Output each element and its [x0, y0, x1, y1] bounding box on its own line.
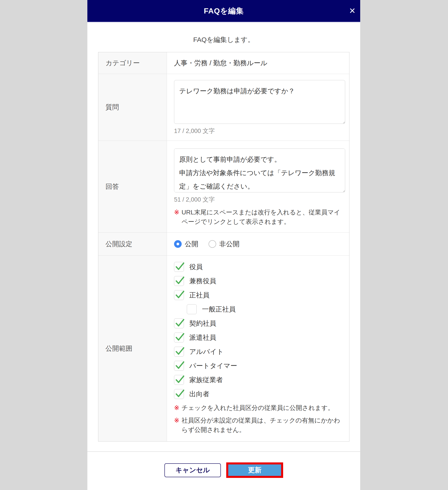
check-icon: [175, 375, 184, 385]
scope-row: 公開範囲 役員: [98, 256, 349, 441]
visibility-label: 公開設定: [98, 233, 167, 255]
category-value: 人事・労務 / 勤怠・勤務ルール: [167, 52, 349, 74]
scope-label: 公開範囲: [98, 256, 167, 441]
modal-footer: キャンセル 更新: [87, 463, 360, 478]
cancel-button[interactable]: キャンセル: [164, 463, 221, 477]
scope-checkbox-list: 役員 兼務役員: [174, 262, 345, 399]
scope-checkbox-item[interactable]: 契約社員: [174, 318, 345, 328]
check-icon: [175, 389, 184, 399]
answer-label: 回答: [98, 141, 167, 232]
check-icon: [175, 262, 184, 271]
modal-header: FAQを編集 ×: [87, 0, 360, 22]
checkbox-icon[interactable]: [174, 389, 184, 399]
checkbox-icon[interactable]: [174, 375, 184, 385]
faq-form-table: カテゴリー 人事・労務 / 勤怠・勤務ルール 質問 テレワーク勤務は申請が必要で…: [98, 52, 349, 442]
radio-button-icon[interactable]: [209, 240, 216, 248]
category-row: カテゴリー 人事・労務 / 勤怠・勤務ルール: [98, 52, 349, 74]
scope-checkbox-item[interactable]: 役員: [174, 262, 345, 272]
note-asterisk: ※: [174, 416, 179, 435]
highlight-annotation-box: 更新: [226, 463, 283, 478]
check-icon: [175, 318, 184, 328]
radio-button-icon[interactable]: [174, 240, 182, 248]
check-icon: [175, 347, 184, 356]
scope-item-label: パートタイマー: [189, 361, 237, 370]
check-icon: [175, 332, 184, 342]
scope-checkbox-item[interactable]: 派遣社員: [174, 332, 345, 342]
checkbox-icon[interactable]: [174, 347, 184, 357]
modal-title: FAQを編集: [204, 6, 244, 16]
faq-edit-modal: FAQを編集 × FAQを編集します。 カテゴリー 人事・労務 / 勤怠・勤務ル…: [87, 0, 360, 490]
note-asterisk: ※: [174, 208, 179, 227]
scope-note: ※ 社員区分が未設定の従業員は、チェックの有無にかかわらず公開されません。: [174, 416, 345, 435]
scope-item-label: 正社員: [189, 291, 210, 300]
checkbox-icon[interactable]: [174, 290, 184, 300]
scope-item-label: 役員: [189, 262, 203, 271]
answer-char-counter: 51 / 2,000 文字: [174, 196, 345, 204]
checkbox-icon[interactable]: [174, 262, 184, 272]
footer-divider: [87, 451, 360, 452]
answer-input[interactable]: 原則として事前申請が必要です。 申請方法や対象条件については「テレワーク勤務規定…: [174, 149, 345, 192]
checkbox-icon[interactable]: [174, 361, 184, 371]
visibility-radio-option[interactable]: 公開: [174, 239, 198, 249]
question-label: 質問: [98, 74, 167, 141]
close-icon[interactable]: ×: [347, 4, 357, 16]
visibility-radio-option[interactable]: 非公開: [209, 239, 239, 249]
scope-checkbox-item[interactable]: 出向者: [174, 389, 345, 399]
scope-checkbox-item[interactable]: 兼務役員: [174, 276, 345, 286]
scope-item-label: 出向者: [189, 390, 210, 399]
scope-checkbox-item[interactable]: 家族従業者: [174, 375, 345, 385]
scope-checkbox-item[interactable]: 正社員: [174, 290, 345, 300]
scope-item-label: アルバイト: [189, 347, 224, 356]
checkbox-icon[interactable]: [174, 276, 184, 286]
check-icon: [175, 276, 184, 286]
checkbox-icon[interactable]: [174, 318, 184, 328]
scope-item-label: 兼務役員: [189, 277, 216, 286]
scope-checkbox-item[interactable]: パートタイマー: [174, 361, 345, 371]
radio-option-label: 公開: [185, 239, 198, 249]
scope-item-label: 契約社員: [189, 319, 216, 328]
checkbox-icon[interactable]: [187, 304, 197, 314]
question-input[interactable]: テレワーク勤務は申請が必要ですか？: [174, 80, 345, 124]
check-icon: [175, 290, 184, 300]
scope-note: ※ チェックを入れた社員区分の従業員に公開されます。: [174, 403, 345, 413]
visibility-options: 公開 非公開: [167, 233, 349, 255]
page-backdrop: FAQを編集 × FAQを編集します。 カテゴリー 人事・労務 / 勤怠・勤務ル…: [0, 0, 448, 490]
category-label: カテゴリー: [98, 52, 167, 74]
check-icon: [175, 361, 184, 370]
checkbox-icon[interactable]: [174, 332, 184, 342]
radio-option-label: 非公開: [219, 239, 239, 249]
scope-item-label: 派遣社員: [189, 333, 216, 342]
answer-url-note: ※ URL末尾にスペースまたは改行を入れると、従業員マイページでリンクとして表示…: [174, 208, 345, 227]
scope-checkbox-item[interactable]: 一般正社員: [187, 304, 345, 314]
note-asterisk: ※: [174, 403, 179, 413]
modal-subtitle: FAQを編集します。: [87, 35, 360, 44]
question-row: 質問 テレワーク勤務は申請が必要ですか？ 17 / 2,000 文字: [98, 74, 349, 141]
scope-notes: ※ チェックを入れた社員区分の従業員に公開されます。 ※ 社員区分が未設定の従業…: [174, 403, 345, 435]
scope-item-label: 一般正社員: [202, 305, 236, 314]
scope-item-label: 家族従業者: [189, 376, 223, 385]
visibility-row: 公開設定 公開 非公開: [98, 233, 349, 256]
answer-row: 回答 原則として事前申請が必要です。 申請方法や対象条件については「テレワーク勤…: [98, 141, 349, 233]
question-char-counter: 17 / 2,000 文字: [174, 127, 345, 135]
scope-checkbox-item[interactable]: アルバイト: [174, 347, 345, 357]
update-button[interactable]: 更新: [228, 464, 281, 476]
